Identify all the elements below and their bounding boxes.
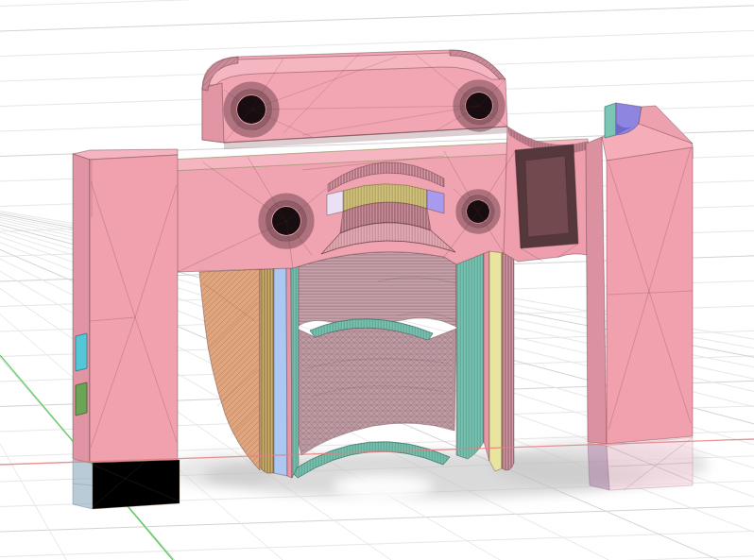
cad-viewport[interactable] xyxy=(0,0,754,560)
right-leg-side[interactable] xyxy=(586,137,607,444)
cavity-top-bore-surface-striation xyxy=(293,252,456,327)
grid-line xyxy=(0,6,754,31)
right-wall-sliver[interactable] xyxy=(484,250,489,461)
top-bar-left-face[interactable] xyxy=(202,83,224,143)
right-leg-front[interactable] xyxy=(607,147,693,444)
boss-lavender-pad[interactable] xyxy=(327,191,343,215)
left-wall-teal-striation xyxy=(291,265,299,478)
left-wall-khaki-striation xyxy=(260,268,274,473)
grid-line xyxy=(0,531,754,556)
left-base-front[interactable] xyxy=(93,460,180,509)
cad-model-mesh[interactable] xyxy=(73,50,693,509)
grid-line xyxy=(0,556,754,560)
grid-line xyxy=(0,0,754,7)
right-wall-edge-striation xyxy=(502,246,514,470)
left-wall-tan-striation xyxy=(199,269,260,470)
shadow-blob xyxy=(334,476,432,497)
left-leg-front[interactable] xyxy=(90,155,178,463)
cube-teal-face[interactable] xyxy=(605,103,616,138)
left-leg-green-patch[interactable] xyxy=(76,382,87,416)
pocket-floor[interactable] xyxy=(525,156,569,237)
right-base-side[interactable] xyxy=(588,443,609,490)
grid-line xyxy=(0,506,754,532)
viewport-canvas[interactable] xyxy=(0,0,754,560)
right-wall-yellow[interactable] xyxy=(489,248,502,471)
right-wall-teal-striation xyxy=(456,251,484,459)
left-leg-side[interactable] xyxy=(73,154,90,463)
left-leg-cyan-patch[interactable] xyxy=(76,333,87,371)
left-wall-blue[interactable] xyxy=(274,267,287,476)
